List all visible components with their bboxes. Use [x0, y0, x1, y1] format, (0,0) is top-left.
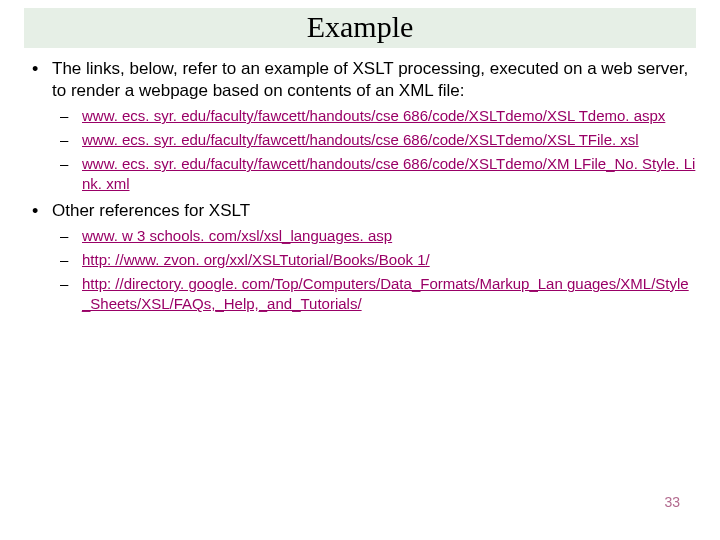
bullet-item: The links, below, refer to an example of…: [24, 58, 696, 194]
sub-bullet-item: www. w 3 schools. com/xsl/xsl_languages.…: [52, 226, 696, 246]
sub-bullet-item: http: //www. zvon. org/xxl/XSLTutorial/B…: [52, 250, 696, 270]
sub-bullet-item: www. ecs. syr. edu/faculty/fawcett/hando…: [52, 154, 696, 194]
bullet-list: The links, below, refer to an example of…: [24, 58, 696, 314]
sub-bullet-list: www. w 3 schools. com/xsl/xsl_languages.…: [52, 226, 696, 314]
bullet-item: Other references for XSLT www. w 3 schoo…: [24, 200, 696, 314]
link[interactable]: www. ecs. syr. edu/faculty/fawcett/hando…: [82, 155, 695, 192]
sub-bullet-item: www. ecs. syr. edu/faculty/fawcett/hando…: [52, 130, 696, 150]
slide-title: Example: [32, 10, 688, 44]
link[interactable]: www. w 3 schools. com/xsl/xsl_languages.…: [82, 227, 392, 244]
link[interactable]: http: //www. zvon. org/xxl/XSLTutorial/B…: [82, 251, 430, 268]
page-number: 33: [664, 494, 680, 510]
link[interactable]: www. ecs. syr. edu/faculty/fawcett/hando…: [82, 107, 665, 124]
bullet-text: Other references for XSLT: [52, 200, 696, 222]
link[interactable]: www. ecs. syr. edu/faculty/fawcett/hando…: [82, 131, 639, 148]
sub-bullet-item: www. ecs. syr. edu/faculty/fawcett/hando…: [52, 106, 696, 126]
bullet-text: The links, below, refer to an example of…: [52, 58, 696, 102]
slide: Example The links, below, refer to an ex…: [0, 0, 720, 540]
sub-bullet-list: www. ecs. syr. edu/faculty/fawcett/hando…: [52, 106, 696, 194]
title-bar: Example: [24, 8, 696, 48]
sub-bullet-item: http: //directory. google. com/Top/Compu…: [52, 274, 696, 314]
link[interactable]: http: //directory. google. com/Top/Compu…: [82, 275, 689, 312]
